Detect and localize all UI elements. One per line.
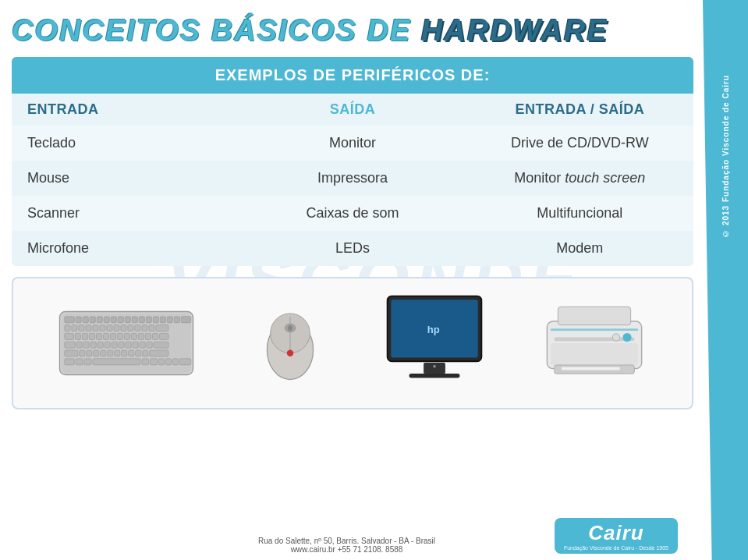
svg-rect-34	[75, 333, 80, 339]
svg-rect-28	[128, 325, 133, 331]
svg-rect-101	[562, 367, 620, 370]
svg-text:hp: hp	[427, 324, 440, 335]
row4-col2: LEDs	[239, 236, 466, 261]
svg-rect-75	[93, 359, 140, 365]
row3-col2: Caixas de som	[239, 200, 466, 226]
footer: Rua do Salette, nº 50, Barris. Salvador …	[0, 518, 701, 554]
row3-col3: Multifuncional	[466, 200, 693, 226]
svg-rect-6	[97, 317, 102, 323]
row2-col1: Mouse	[12, 165, 239, 191]
svg-rect-52	[105, 342, 110, 348]
svg-rect-12	[139, 317, 144, 323]
svg-rect-64	[101, 350, 106, 356]
svg-rect-26	[114, 325, 119, 331]
svg-rect-79	[165, 359, 171, 365]
svg-rect-18	[181, 317, 191, 323]
svg-rect-8	[111, 317, 116, 323]
svg-rect-67	[122, 350, 127, 356]
row4-col3: Modem	[466, 236, 693, 261]
svg-rect-90	[424, 363, 445, 374]
svg-rect-74	[84, 359, 91, 365]
svg-rect-22	[86, 325, 91, 331]
svg-rect-62	[87, 350, 92, 356]
svg-rect-7	[104, 317, 109, 323]
svg-rect-72	[65, 359, 75, 365]
svg-point-87	[287, 349, 293, 356]
svg-rect-10	[125, 317, 130, 323]
col-header-entrada: ENTRADA	[12, 94, 239, 126]
svg-rect-38	[103, 333, 108, 339]
svg-rect-13	[146, 317, 151, 323]
svg-rect-33	[65, 333, 74, 339]
svg-rect-60	[65, 350, 78, 356]
svg-rect-76	[142, 359, 149, 365]
svg-rect-77	[151, 359, 158, 365]
svg-rect-44	[145, 333, 151, 339]
title-part1: CONCEITOS BÁSICOS DE	[12, 14, 421, 47]
svg-rect-24	[100, 325, 105, 331]
svg-rect-68	[129, 350, 134, 356]
row1-col2: Monitor	[239, 130, 466, 156]
svg-rect-30	[142, 325, 147, 331]
svg-rect-14	[153, 317, 158, 323]
svg-rect-78	[158, 359, 164, 365]
svg-rect-39	[110, 333, 115, 339]
footer-text: Rua do Salette, nº 50, Barris. Salvador …	[236, 537, 457, 554]
svg-rect-20	[72, 325, 77, 331]
svg-rect-53	[112, 342, 117, 348]
svg-rect-19	[65, 325, 70, 331]
svg-rect-80	[172, 359, 178, 365]
svg-rect-29	[135, 325, 140, 331]
table-row: Scanner Caixas de som Multifuncional	[12, 196, 693, 231]
svg-rect-55	[126, 342, 131, 348]
cairu-logo: Cairu Fundação Visconde de Cairu - Desde…	[555, 518, 678, 554]
row2-col2: Impressora	[239, 165, 466, 191]
svg-rect-73	[76, 359, 83, 365]
svg-rect-37	[96, 333, 101, 339]
row3-col1: Scanner	[12, 200, 239, 226]
svg-rect-65	[108, 350, 113, 356]
monitor-image: hp	[384, 292, 485, 394]
svg-rect-51	[97, 342, 103, 348]
svg-rect-15	[160, 317, 165, 323]
svg-rect-3	[76, 317, 81, 323]
row2-col3: Monitor touch screen	[466, 165, 693, 191]
svg-rect-96	[555, 338, 635, 342]
svg-rect-31	[149, 325, 154, 331]
svg-rect-45	[152, 333, 158, 339]
svg-rect-54	[119, 342, 124, 348]
svg-rect-43	[138, 333, 144, 339]
peripherals-table: EXEMPLOS DE PERIFÉRICOS DE: ENTRADA SAÍD…	[12, 57, 693, 266]
svg-rect-91	[409, 374, 460, 378]
row1-col1: Teclado	[12, 130, 239, 156]
svg-rect-97	[551, 343, 638, 365]
printer-image	[540, 296, 649, 390]
svg-rect-32	[156, 325, 168, 331]
logo-name: Cairu	[588, 521, 643, 545]
svg-rect-66	[115, 350, 120, 356]
svg-rect-9	[118, 317, 123, 323]
table-header-text: EXEMPLOS DE PERIFÉRICOS DE:	[215, 66, 491, 84]
row4-col1: Microfone	[12, 236, 239, 261]
svg-rect-59	[154, 342, 168, 348]
svg-rect-71	[150, 350, 168, 356]
table-column-headers: ENTRADA SAÍDA ENTRADA / SAÍDA	[12, 94, 693, 126]
svg-rect-46	[159, 333, 168, 339]
svg-rect-56	[133, 342, 138, 348]
svg-point-86	[288, 325, 293, 331]
svg-rect-69	[136, 350, 141, 356]
svg-rect-47	[65, 342, 76, 348]
svg-rect-41	[124, 333, 129, 339]
svg-rect-95	[558, 307, 630, 324]
svg-rect-25	[107, 325, 112, 331]
svg-rect-58	[147, 342, 152, 348]
svg-rect-63	[94, 350, 99, 356]
svg-rect-40	[117, 333, 122, 339]
table-row: Teclado Monitor Drive de CD/DVD-RW	[12, 126, 693, 161]
title-bar: CONCEITOS BÁSICOS DE HARDWARE	[12, 8, 693, 57]
footer-line1: Rua do Salette, nº 50, Barris. Salvador …	[236, 537, 457, 545]
svg-rect-11	[132, 317, 137, 323]
svg-rect-61	[80, 350, 85, 356]
svg-rect-27	[121, 325, 126, 331]
table-header-row: EXEMPLOS DE PERIFÉRICOS DE:	[12, 57, 693, 94]
